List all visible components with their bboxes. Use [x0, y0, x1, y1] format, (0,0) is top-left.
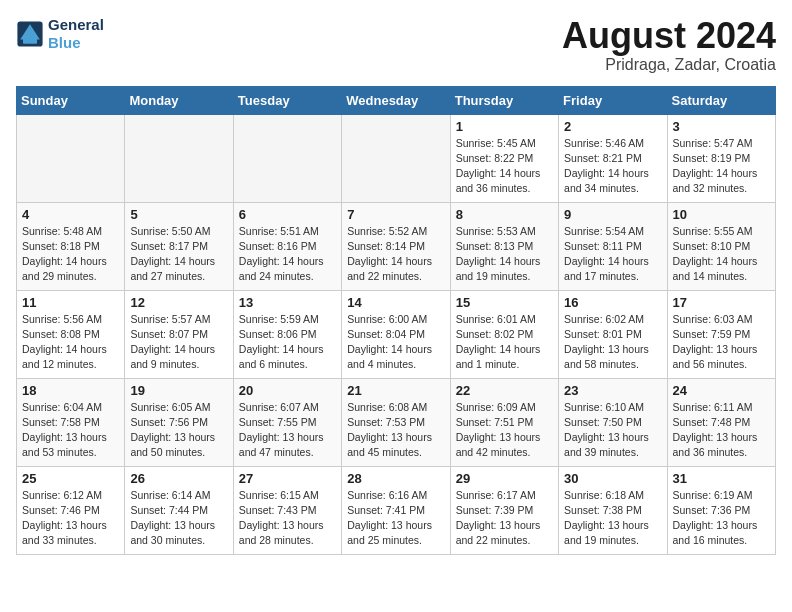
calendar-cell [125, 114, 233, 202]
day-info: Sunrise: 5:45 AMSunset: 8:22 PMDaylight:… [456, 136, 553, 197]
day-info: Sunrise: 5:48 AMSunset: 8:18 PMDaylight:… [22, 224, 119, 285]
calendar-cell [17, 114, 125, 202]
day-info: Sunrise: 6:17 AMSunset: 7:39 PMDaylight:… [456, 488, 553, 549]
day-info: Sunrise: 5:46 AMSunset: 8:21 PMDaylight:… [564, 136, 661, 197]
day-info: Sunrise: 6:12 AMSunset: 7:46 PMDaylight:… [22, 488, 119, 549]
day-number: 6 [239, 207, 336, 222]
day-number: 7 [347, 207, 444, 222]
calendar-cell: 13Sunrise: 5:59 AMSunset: 8:06 PMDayligh… [233, 290, 341, 378]
day-info: Sunrise: 5:52 AMSunset: 8:14 PMDaylight:… [347, 224, 444, 285]
calendar-cell: 11Sunrise: 5:56 AMSunset: 8:08 PMDayligh… [17, 290, 125, 378]
day-info: Sunrise: 6:19 AMSunset: 7:36 PMDaylight:… [673, 488, 770, 549]
calendar-week-4: 18Sunrise: 6:04 AMSunset: 7:58 PMDayligh… [17, 378, 776, 466]
day-header-wednesday: Wednesday [342, 86, 450, 114]
calendar-week-5: 25Sunrise: 6:12 AMSunset: 7:46 PMDayligh… [17, 466, 776, 554]
day-number: 8 [456, 207, 553, 222]
calendar-cell: 16Sunrise: 6:02 AMSunset: 8:01 PMDayligh… [559, 290, 667, 378]
header: GeneralBlue August 2024 Pridraga, Zadar,… [16, 16, 776, 74]
calendar-week-3: 11Sunrise: 5:56 AMSunset: 8:08 PMDayligh… [17, 290, 776, 378]
calendar-title: August 2024 [562, 16, 776, 56]
calendar-cell [233, 114, 341, 202]
calendar-cell: 29Sunrise: 6:17 AMSunset: 7:39 PMDayligh… [450, 466, 558, 554]
calendar-cell: 19Sunrise: 6:05 AMSunset: 7:56 PMDayligh… [125, 378, 233, 466]
calendar-cell: 21Sunrise: 6:08 AMSunset: 7:53 PMDayligh… [342, 378, 450, 466]
day-number: 23 [564, 383, 661, 398]
calendar-cell: 8Sunrise: 5:53 AMSunset: 8:13 PMDaylight… [450, 202, 558, 290]
day-info: Sunrise: 6:03 AMSunset: 7:59 PMDaylight:… [673, 312, 770, 373]
day-number: 3 [673, 119, 770, 134]
calendar-cell: 4Sunrise: 5:48 AMSunset: 8:18 PMDaylight… [17, 202, 125, 290]
calendar-cell: 28Sunrise: 6:16 AMSunset: 7:41 PMDayligh… [342, 466, 450, 554]
calendar-subtitle: Pridraga, Zadar, Croatia [562, 56, 776, 74]
day-number: 20 [239, 383, 336, 398]
day-info: Sunrise: 5:57 AMSunset: 8:07 PMDaylight:… [130, 312, 227, 373]
day-info: Sunrise: 6:14 AMSunset: 7:44 PMDaylight:… [130, 488, 227, 549]
calendar-cell: 27Sunrise: 6:15 AMSunset: 7:43 PMDayligh… [233, 466, 341, 554]
day-header-sunday: Sunday [17, 86, 125, 114]
calendar-cell: 7Sunrise: 5:52 AMSunset: 8:14 PMDaylight… [342, 202, 450, 290]
day-info: Sunrise: 5:54 AMSunset: 8:11 PMDaylight:… [564, 224, 661, 285]
day-number: 24 [673, 383, 770, 398]
day-number: 13 [239, 295, 336, 310]
day-info: Sunrise: 6:18 AMSunset: 7:38 PMDaylight:… [564, 488, 661, 549]
calendar-cell: 18Sunrise: 6:04 AMSunset: 7:58 PMDayligh… [17, 378, 125, 466]
day-info: Sunrise: 5:59 AMSunset: 8:06 PMDaylight:… [239, 312, 336, 373]
calendar-cell: 12Sunrise: 5:57 AMSunset: 8:07 PMDayligh… [125, 290, 233, 378]
day-number: 26 [130, 471, 227, 486]
calendar-cell: 15Sunrise: 6:01 AMSunset: 8:02 PMDayligh… [450, 290, 558, 378]
calendar-cell: 17Sunrise: 6:03 AMSunset: 7:59 PMDayligh… [667, 290, 775, 378]
day-number: 16 [564, 295, 661, 310]
day-number: 1 [456, 119, 553, 134]
day-number: 29 [456, 471, 553, 486]
day-number: 11 [22, 295, 119, 310]
calendar-cell: 23Sunrise: 6:10 AMSunset: 7:50 PMDayligh… [559, 378, 667, 466]
calendar-cell: 9Sunrise: 5:54 AMSunset: 8:11 PMDaylight… [559, 202, 667, 290]
day-number: 9 [564, 207, 661, 222]
day-number: 19 [130, 383, 227, 398]
day-info: Sunrise: 6:11 AMSunset: 7:48 PMDaylight:… [673, 400, 770, 461]
day-number: 27 [239, 471, 336, 486]
day-number: 30 [564, 471, 661, 486]
day-header-monday: Monday [125, 86, 233, 114]
day-info: Sunrise: 5:53 AMSunset: 8:13 PMDaylight:… [456, 224, 553, 285]
calendar-cell: 5Sunrise: 5:50 AMSunset: 8:17 PMDaylight… [125, 202, 233, 290]
logo-text: GeneralBlue [48, 16, 104, 52]
calendar-body: 1Sunrise: 5:45 AMSunset: 8:22 PMDaylight… [17, 114, 776, 554]
day-info: Sunrise: 6:16 AMSunset: 7:41 PMDaylight:… [347, 488, 444, 549]
day-info: Sunrise: 5:56 AMSunset: 8:08 PMDaylight:… [22, 312, 119, 373]
calendar-week-2: 4Sunrise: 5:48 AMSunset: 8:18 PMDaylight… [17, 202, 776, 290]
calendar-cell: 6Sunrise: 5:51 AMSunset: 8:16 PMDaylight… [233, 202, 341, 290]
day-number: 4 [22, 207, 119, 222]
day-info: Sunrise: 6:08 AMSunset: 7:53 PMDaylight:… [347, 400, 444, 461]
day-info: Sunrise: 6:00 AMSunset: 8:04 PMDaylight:… [347, 312, 444, 373]
logo: GeneralBlue [16, 16, 104, 52]
day-info: Sunrise: 6:15 AMSunset: 7:43 PMDaylight:… [239, 488, 336, 549]
day-number: 17 [673, 295, 770, 310]
calendar-cell: 3Sunrise: 5:47 AMSunset: 8:19 PMDaylight… [667, 114, 775, 202]
day-info: Sunrise: 6:09 AMSunset: 7:51 PMDaylight:… [456, 400, 553, 461]
day-number: 2 [564, 119, 661, 134]
day-number: 18 [22, 383, 119, 398]
calendar-cell: 30Sunrise: 6:18 AMSunset: 7:38 PMDayligh… [559, 466, 667, 554]
day-number: 10 [673, 207, 770, 222]
day-info: Sunrise: 6:04 AMSunset: 7:58 PMDaylight:… [22, 400, 119, 461]
calendar-week-1: 1Sunrise: 5:45 AMSunset: 8:22 PMDaylight… [17, 114, 776, 202]
day-info: Sunrise: 5:55 AMSunset: 8:10 PMDaylight:… [673, 224, 770, 285]
day-header-thursday: Thursday [450, 86, 558, 114]
calendar-cell: 22Sunrise: 6:09 AMSunset: 7:51 PMDayligh… [450, 378, 558, 466]
calendar-cell [342, 114, 450, 202]
day-number: 25 [22, 471, 119, 486]
day-info: Sunrise: 6:02 AMSunset: 8:01 PMDaylight:… [564, 312, 661, 373]
calendar-cell: 2Sunrise: 5:46 AMSunset: 8:21 PMDaylight… [559, 114, 667, 202]
day-info: Sunrise: 6:07 AMSunset: 7:55 PMDaylight:… [239, 400, 336, 461]
day-number: 5 [130, 207, 227, 222]
svg-rect-2 [23, 38, 37, 44]
calendar-cell: 31Sunrise: 6:19 AMSunset: 7:36 PMDayligh… [667, 466, 775, 554]
logo-icon [16, 20, 44, 48]
day-info: Sunrise: 6:10 AMSunset: 7:50 PMDaylight:… [564, 400, 661, 461]
day-info: Sunrise: 6:05 AMSunset: 7:56 PMDaylight:… [130, 400, 227, 461]
day-number: 12 [130, 295, 227, 310]
calendar-cell: 25Sunrise: 6:12 AMSunset: 7:46 PMDayligh… [17, 466, 125, 554]
calendar-table: SundayMondayTuesdayWednesdayThursdayFrid… [16, 86, 776, 555]
day-number: 31 [673, 471, 770, 486]
